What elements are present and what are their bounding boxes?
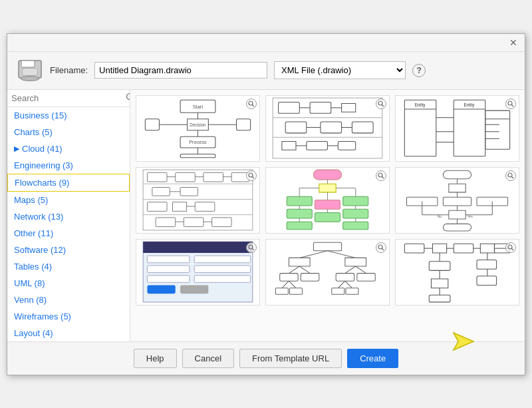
svg-rect-164 [404,244,424,253]
svg-rect-75 [148,202,168,212]
magnify-icon-4[interactable] [246,170,257,181]
filename-input[interactable] [94,62,267,79]
template-card-7[interactable] [136,239,260,306]
template-card-1[interactable]: Start Decision Process [136,95,260,162]
svg-rect-69 [203,172,223,182]
magnify-icon-8[interactable] [376,242,386,253]
template-card-8[interactable] [265,239,390,306]
magnify-icon-6[interactable] [505,170,516,181]
sidebar-item-layout[interactable]: Layout (4) [7,325,130,341]
svg-rect-54 [485,110,510,149]
template-card-2[interactable] [265,95,390,162]
sidebar-item-network[interactable]: Network (13) [7,208,130,225]
sidebar-item-other[interactable]: Other (11) [7,225,130,242]
sidebar-item-engineering[interactable]: Engineering (3) [7,157,130,174]
header: Filename: XML File (.drawio) Editable Ve… [7,52,525,90]
svg-point-23 [378,101,382,105]
svg-marker-144 [289,258,310,266]
svg-rect-65 [148,172,168,182]
sidebar-item-venn[interactable]: Venn (8) [7,292,130,308]
svg-marker-38 [282,142,296,150]
close-button[interactable]: ✕ [506,37,521,49]
template-url-button[interactable]: From Template URL [239,349,342,368]
create-button[interactable]: Create [347,349,398,368]
filename-label: Filename: [50,65,88,75]
template-card-3[interactable]: Entity Entity [395,95,519,162]
svg-marker-116 [449,210,466,219]
svg-rect-138 [180,286,208,294]
svg-rect-22 [237,119,251,130]
svg-line-140 [382,248,384,250]
svg-rect-172 [477,260,497,270]
template-grid: Start Decision Process [130,90,525,341]
sidebar-item-flowcharts[interactable]: Flowcharts (9) [7,174,130,192]
dialog: ✕ Filename: XML File (.drawio) Editable … [7,33,525,375]
category-list: Business (15) Charts (5) ▶ Cloud (41) En… [7,107,130,341]
filetype-select[interactable]: XML File (.drawio) Editable Vector Image… [274,61,406,79]
magnify-icon-1[interactable] [246,99,257,109]
svg-marker-166 [433,244,447,253]
svg-rect-61 [143,170,253,230]
magnify-icon-2[interactable] [376,99,386,109]
svg-rect-180 [429,295,450,302]
svg-rect-134 [194,266,250,273]
svg-line-109 [512,176,514,178]
svg-line-8 [253,104,255,106]
svg-rect-161 [346,288,358,295]
help-button[interactable]: Help [134,349,177,368]
svg-rect-95 [343,196,368,206]
svg-rect-174 [477,276,497,286]
svg-line-85 [382,176,384,178]
sidebar-item-charts[interactable]: Charts (5) [7,124,130,140]
svg-point-84 [378,173,382,177]
cancel-button[interactable]: Cancel [182,349,234,368]
template-card-5[interactable] [265,167,390,234]
search-input[interactable] [11,93,123,103]
svg-rect-30 [310,102,331,113]
svg-rect-96 [287,209,312,218]
svg-rect-124 [443,224,471,231]
svg-rect-132 [194,256,250,263]
svg-rect-156 [275,288,288,295]
svg-rect-51 [454,100,485,156]
sidebar-item-wireframes[interactable]: Wireframes (5) [7,308,130,325]
template-card-6[interactable]: No Yes [395,167,519,234]
sidebar-item-business[interactable]: Business (15) [7,107,130,124]
svg-rect-157 [290,288,303,295]
sidebar-item-tables[interactable]: Tables (4) [7,258,130,275]
svg-point-139 [378,245,382,249]
search-box [7,90,130,107]
magnify-icon-7[interactable] [246,242,257,253]
svg-rect-168 [454,244,473,253]
svg-line-154 [282,281,289,288]
sidebar-item-uml[interactable]: UML (8) [7,275,130,292]
search-icon [126,93,130,104]
svg-rect-79 [156,218,176,227]
magnify-icon-3[interactable] [505,99,516,109]
sidebar-item-cloud[interactable]: ▶ Cloud (41) [7,140,130,157]
sidebar-item-software[interactable]: Software (12) [7,242,130,258]
template-card-4[interactable] [136,167,260,234]
template-card-9[interactable] [395,239,519,306]
svg-rect-18 [180,154,215,158]
magnify-icon-5[interactable] [376,170,386,181]
svg-rect-45 [404,100,436,156]
help-icon[interactable]: ? [412,64,426,77]
svg-marker-112 [449,184,466,192]
svg-rect-42 [338,142,355,150]
svg-marker-178 [431,279,448,288]
svg-marker-88 [319,184,336,192]
svg-rect-110 [443,170,471,179]
svg-rect-28 [279,102,300,113]
svg-line-128 [253,248,255,250]
svg-rect-149 [301,274,319,282]
body: Business (15) Charts (5) ▶ Cloud (41) En… [7,90,525,341]
svg-marker-170 [480,244,494,253]
svg-text:Decision: Decision [190,122,206,127]
svg-line-44 [512,104,514,106]
svg-rect-102 [343,209,368,218]
magnify-icon-9[interactable] [505,242,516,253]
svg-line-142 [299,251,327,258]
svg-line-155 [289,281,296,288]
sidebar-item-maps[interactable]: Maps (5) [7,192,130,208]
